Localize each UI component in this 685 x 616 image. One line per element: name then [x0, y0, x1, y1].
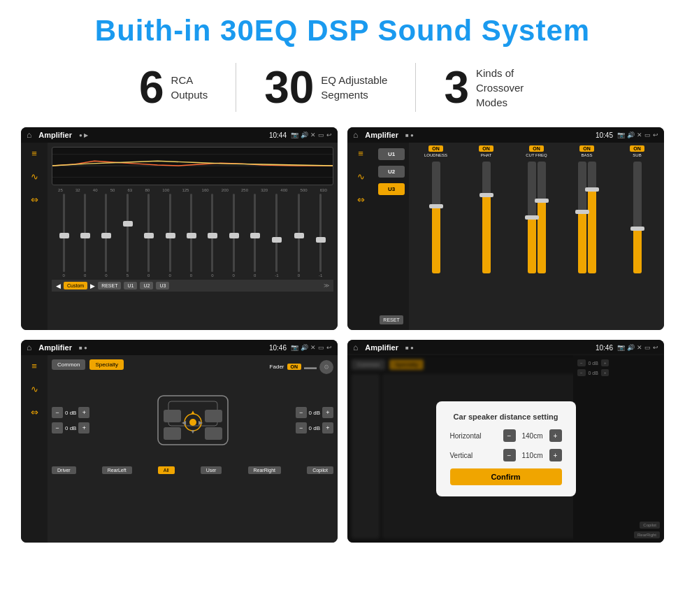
svg-text:◀: ◀ [182, 420, 187, 426]
fader-slider-bar: ▬▬ [304, 364, 317, 371]
xover-ch-sub: ON SUB [613, 145, 661, 327]
app-title-4: Amplifier [365, 343, 398, 352]
fader-control-row: Fader ON ▬▬ ⚙ [270, 360, 333, 374]
vertical-value: 110cm [519, 452, 547, 459]
btn-copilot[interactable]: Copilot [307, 466, 333, 474]
stat-eq: 30 EQ AdjustableSegments [236, 65, 415, 110]
fader-vol-rr: − 0 dB + [296, 422, 333, 434]
fader-vol-left: − 0 dB + − 0 dB + [52, 407, 89, 434]
btn-user[interactable]: User [201, 466, 222, 474]
preset-u1[interactable]: U1 [378, 148, 405, 160]
eq-btn-u3[interactable]: U3 [156, 282, 169, 289]
vertical-control: − 110cm + [503, 449, 562, 461]
horizontal-plus[interactable]: + [549, 429, 562, 442]
dialog-box: Car speaker distance setting Horizontal … [436, 401, 576, 496]
preset-u2[interactable]: U2 [378, 166, 405, 178]
horizontal-control: − 140cm + [503, 429, 562, 442]
xover-presets: U1 U2 U3 RESET [374, 143, 409, 330]
time-1: 10:44 [269, 131, 287, 139]
sub-on[interactable]: ON [630, 145, 644, 152]
fader-vol-rl-plus[interactable]: + [78, 422, 89, 434]
eq-icon-3: ⇔ [31, 194, 38, 205]
fader-vol-rl-minus[interactable]: − [52, 422, 63, 434]
horizontal-value: 140cm [519, 432, 547, 440]
xover-ch-phat: ON PHAT [462, 145, 510, 327]
svg-text:▼: ▼ [190, 429, 196, 435]
fader-vol-fr: − 0 dB + [296, 407, 333, 418]
fader-vol-rr-val: 0 dB [309, 425, 320, 431]
vertical-plus[interactable]: + [549, 449, 562, 461]
home-icon-1: ⌂ [27, 130, 31, 140]
preset-u3[interactable]: U3 [378, 183, 405, 195]
fader-vol-fr-minus[interactable]: − [296, 407, 307, 418]
fader-car-area: − 0 dB + − 0 dB + [52, 378, 333, 462]
fader-vol-rr-minus[interactable]: − [296, 422, 307, 434]
horizontal-label: Horizontal [450, 432, 482, 440]
phat-on[interactable]: ON [479, 145, 493, 152]
eq-btn-custom[interactable]: Custom [64, 282, 87, 289]
time-3: 10:46 [269, 344, 287, 352]
screen-fader: ⌂ Amplifier ■ ● 10:46 📷🔊✕▭↩ ≡ ∿ ⇔ [21, 340, 338, 543]
tab-common[interactable]: Common [52, 359, 85, 370]
screen-eq: ⌂ Amplifier ● ▶ 10:44 📷🔊✕▭↩ ≡ ∿ ⇔ [21, 127, 338, 330]
fader-vol-rr-plus[interactable]: + [322, 422, 333, 434]
status-icons-1: 📷🔊✕▭↩ [291, 131, 332, 138]
car-diagram: ▲ ▼ ◀ ▶ [137, 382, 249, 459]
eq-btn-u2[interactable]: U2 [140, 282, 153, 289]
eq-sidebar: ≡ ∿ ⇔ [21, 143, 48, 330]
vertical-minus[interactable]: − [503, 449, 516, 461]
time-2: 10:45 [596, 131, 613, 139]
eq-icon-2: ∿ [31, 171, 38, 182]
svg-rect-5 [164, 410, 181, 422]
fader-sidebar: ≡ ∿ ⇔ [21, 355, 48, 543]
confirm-button[interactable]: Confirm [450, 468, 562, 485]
eq-slider-1: 0 [63, 194, 65, 278]
status-icons-3: 📷🔊✕▭↩ [291, 344, 332, 351]
svg-text:▶: ▶ [199, 420, 203, 426]
dialog-vertical-row: Vertical − 110cm + [450, 449, 562, 461]
status-bar-1: ⌂ Amplifier ● ▶ 10:44 📷🔊✕▭↩ [21, 127, 338, 143]
stat-rca-desc: RCAOutputs [171, 73, 208, 102]
btn-driver[interactable]: Driver [52, 466, 76, 474]
stat-eq-number: 30 [264, 65, 314, 110]
eq-icon-1: ≡ [31, 148, 37, 159]
eq-btn-u1[interactable]: U1 [124, 282, 137, 289]
fader-vol-fr-plus[interactable]: + [322, 407, 333, 418]
xover-icon-3: ⇔ [357, 194, 365, 205]
screen-crossover: ⌂ Amplifier ■ ● 10:45 📷🔊✕▭↩ ≡ ∿ ⇔ U1 U2 [347, 127, 664, 330]
stat-crossover: 3 Kinds ofCrossover Modes [416, 65, 574, 110]
btn-all[interactable]: All [158, 466, 175, 474]
fader-vol-fl-plus[interactable]: + [78, 407, 89, 418]
eq-main: 2532405063 80100125160200 25032040050063… [48, 143, 338, 330]
horizontal-minus[interactable]: − [503, 429, 516, 442]
tab-specialty[interactable]: Specialty [89, 359, 123, 370]
xover-reset[interactable]: RESET [380, 315, 403, 324]
btn-rearleft[interactable]: RearLeft [102, 466, 132, 474]
btn-rearright[interactable]: RearRight [248, 466, 282, 474]
xover-ch-loudness: ON LOUDNESS [412, 145, 460, 327]
fader-label: Fader [270, 364, 284, 370]
eq-bottom-bar: ◀ Custom ▶ RESET U1 U2 U3 ≫ [52, 280, 333, 292]
screen-dialog-container: ⌂ Amplifier ■ ● 10:46 📷🔊✕▭↩ Common Speci… [347, 340, 664, 543]
status-icons-2: 📷🔊✕▭↩ [617, 131, 658, 138]
loudness-on[interactable]: ON [428, 145, 443, 152]
fader-vol-fl-minus[interactable]: − [52, 407, 63, 418]
eq-screen-body: ≡ ∿ ⇔ [21, 143, 338, 330]
stat-crossover-number: 3 [444, 65, 469, 110]
time-4: 10:46 [596, 344, 613, 352]
xover-icon-2: ∿ [357, 171, 365, 182]
fader-top-row: Common Specialty Fader ON ▬▬ ⚙ [52, 359, 333, 374]
app-title-1: Amplifier [38, 131, 72, 139]
xover-ch-bass: ON BASS [563, 145, 611, 327]
fader-toggle[interactable]: ON [287, 364, 302, 370]
cutfreq-on[interactable]: ON [529, 145, 544, 152]
app-title-3: Amplifier [38, 343, 72, 352]
status-bar-4: ⌂ Amplifier ■ ● 10:46 📷🔊✕▭↩ [347, 340, 664, 355]
stat-crossover-desc: Kinds ofCrossover Modes [476, 66, 546, 110]
home-icon-3: ⌂ [27, 343, 31, 352]
eq-btn-reset[interactable]: RESET [98, 282, 121, 289]
bass-on[interactable]: ON [579, 145, 594, 152]
svg-rect-7 [164, 427, 181, 440]
xover-ch-cutfreq: ON CUT FREQ [512, 145, 561, 327]
fader-settings-icon[interactable]: ⚙ [319, 360, 333, 374]
